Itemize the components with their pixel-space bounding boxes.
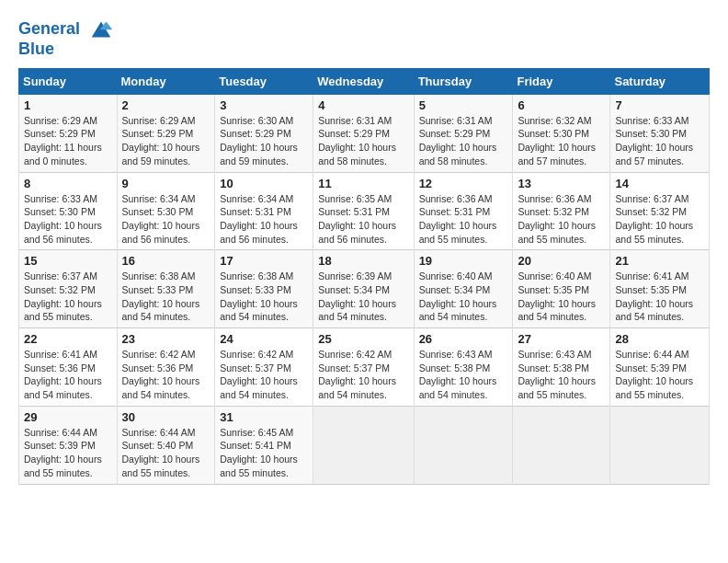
week-row: 15 Sunrise: 6:37 AMSunset: 5:32 PMDaylig…	[19, 250, 710, 328]
calendar-cell: 6 Sunrise: 6:32 AMSunset: 5:30 PMDayligh…	[513, 94, 610, 172]
day-detail: Sunrise: 6:43 AMSunset: 5:38 PMDaylight:…	[419, 348, 508, 402]
calendar-cell: 2 Sunrise: 6:29 AMSunset: 5:29 PMDayligh…	[117, 94, 215, 172]
col-monday: Monday	[117, 68, 215, 94]
day-number: 31	[220, 410, 308, 424]
day-detail: Sunrise: 6:43 AMSunset: 5:38 PMDaylight:…	[518, 348, 605, 402]
day-number: 11	[318, 177, 408, 190]
day-detail: Sunrise: 6:29 AMSunset: 5:29 PMDaylight:…	[122, 114, 210, 168]
logo-text: General	[18, 18, 114, 40]
day-detail: Sunrise: 6:42 AMSunset: 5:37 PMDaylight:…	[220, 348, 308, 402]
col-friday: Friday	[513, 68, 610, 94]
day-detail: Sunrise: 6:35 AMSunset: 5:31 PMDaylight:…	[318, 192, 408, 247]
calendar-table: Sunday Monday Tuesday Wednesday Thursday…	[18, 68, 710, 485]
calendar-cell: 13 Sunrise: 6:36 AMSunset: 5:32 PMDaylig…	[513, 172, 610, 250]
day-number: 3	[220, 98, 308, 112]
calendar-cell: 27 Sunrise: 6:43 AMSunset: 5:38 PMDaylig…	[513, 328, 610, 407]
day-number: 15	[24, 254, 112, 268]
calendar-cell: 9 Sunrise: 6:34 AMSunset: 5:30 PMDayligh…	[117, 172, 215, 250]
calendar-cell: 3 Sunrise: 6:30 AMSunset: 5:29 PMDayligh…	[215, 94, 313, 172]
calendar-cell: 17 Sunrise: 6:38 AMSunset: 5:33 PMDaylig…	[215, 250, 313, 328]
day-detail: Sunrise: 6:37 AMSunset: 5:32 PMDaylight:…	[615, 192, 704, 247]
day-detail: Sunrise: 6:45 AMSunset: 5:41 PMDaylight:…	[220, 426, 308, 480]
day-number: 2	[122, 98, 210, 112]
day-detail: Sunrise: 6:39 AMSunset: 5:34 PMDaylight:…	[318, 270, 408, 324]
calendar-cell: 7 Sunrise: 6:33 AMSunset: 5:30 PMDayligh…	[610, 94, 710, 172]
day-detail: Sunrise: 6:31 AMSunset: 5:29 PMDaylight:…	[419, 114, 508, 168]
calendar-cell	[513, 406, 610, 484]
day-detail: Sunrise: 6:34 AMSunset: 5:30 PMDaylight:…	[122, 192, 210, 247]
day-number: 30	[122, 410, 210, 424]
day-detail: Sunrise: 6:32 AMSunset: 5:30 PMDaylight:…	[518, 114, 605, 168]
day-number: 29	[24, 410, 112, 424]
day-detail: Sunrise: 6:44 AMSunset: 5:39 PMDaylight:…	[24, 426, 112, 480]
calendar-cell: 10 Sunrise: 6:34 AMSunset: 5:31 PMDaylig…	[215, 172, 313, 250]
day-detail: Sunrise: 6:41 AMSunset: 5:35 PMDaylight:…	[615, 270, 704, 324]
calendar-cell: 20 Sunrise: 6:40 AMSunset: 5:35 PMDaylig…	[513, 250, 610, 328]
day-number: 21	[615, 254, 704, 268]
calendar-cell: 23 Sunrise: 6:42 AMSunset: 5:36 PMDaylig…	[117, 328, 215, 407]
calendar-cell: 24 Sunrise: 6:42 AMSunset: 5:37 PMDaylig…	[215, 328, 313, 407]
calendar-cell: 18 Sunrise: 6:39 AMSunset: 5:34 PMDaylig…	[313, 250, 414, 328]
day-number: 20	[518, 254, 605, 268]
calendar-cell: 4 Sunrise: 6:31 AMSunset: 5:29 PMDayligh…	[313, 94, 414, 172]
day-detail: Sunrise: 6:42 AMSunset: 5:37 PMDaylight:…	[318, 348, 408, 402]
day-number: 9	[122, 177, 210, 190]
day-detail: Sunrise: 6:34 AMSunset: 5:31 PMDaylight:…	[220, 192, 308, 247]
col-sunday: Sunday	[19, 68, 118, 94]
day-detail: Sunrise: 6:36 AMSunset: 5:31 PMDaylight:…	[419, 192, 508, 247]
day-number: 22	[24, 332, 112, 346]
calendar-cell: 1 Sunrise: 6:29 AMSunset: 5:29 PMDayligh…	[19, 94, 118, 172]
day-number: 27	[518, 332, 605, 346]
day-detail: Sunrise: 6:42 AMSunset: 5:36 PMDaylight:…	[122, 348, 210, 402]
calendar-cell: 5 Sunrise: 6:31 AMSunset: 5:29 PMDayligh…	[414, 94, 513, 172]
day-number: 23	[122, 332, 210, 346]
calendar-cell: 12 Sunrise: 6:36 AMSunset: 5:31 PMDaylig…	[414, 172, 513, 250]
week-row: 22 Sunrise: 6:41 AMSunset: 5:36 PMDaylig…	[19, 328, 710, 407]
day-detail: Sunrise: 6:29 AMSunset: 5:29 PMDaylight:…	[24, 114, 112, 168]
week-row: 29 Sunrise: 6:44 AMSunset: 5:39 PMDaylig…	[19, 406, 710, 484]
col-tuesday: Tuesday	[215, 68, 313, 94]
day-detail: Sunrise: 6:37 AMSunset: 5:32 PMDaylight:…	[24, 270, 112, 324]
day-number: 26	[419, 332, 508, 346]
day-detail: Sunrise: 6:44 AMSunset: 5:39 PMDaylight:…	[615, 348, 704, 402]
logo: General Blue	[18, 18, 114, 59]
calendar-cell	[414, 406, 513, 484]
day-number: 19	[419, 254, 508, 268]
day-number: 7	[615, 98, 704, 112]
day-detail: Sunrise: 6:38 AMSunset: 5:33 PMDaylight:…	[122, 270, 210, 324]
day-detail: Sunrise: 6:30 AMSunset: 5:29 PMDaylight:…	[220, 114, 308, 168]
day-number: 10	[220, 177, 308, 190]
day-detail: Sunrise: 6:44 AMSunset: 5:40 PMDaylight:…	[122, 426, 210, 480]
week-row: 1 Sunrise: 6:29 AMSunset: 5:29 PMDayligh…	[19, 94, 710, 172]
day-number: 24	[220, 332, 308, 346]
calendar-cell: 8 Sunrise: 6:33 AMSunset: 5:30 PMDayligh…	[19, 172, 118, 250]
logo-blue-text: Blue	[18, 40, 114, 59]
week-row: 8 Sunrise: 6:33 AMSunset: 5:30 PMDayligh…	[19, 172, 710, 250]
day-number: 14	[615, 177, 704, 190]
calendar-cell: 19 Sunrise: 6:40 AMSunset: 5:34 PMDaylig…	[414, 250, 513, 328]
day-number: 13	[518, 177, 605, 190]
day-detail: Sunrise: 6:40 AMSunset: 5:34 PMDaylight:…	[419, 270, 508, 324]
day-detail: Sunrise: 6:40 AMSunset: 5:35 PMDaylight:…	[518, 270, 605, 324]
calendar-cell: 11 Sunrise: 6:35 AMSunset: 5:31 PMDaylig…	[313, 172, 414, 250]
calendar-header: General Blue	[18, 18, 710, 59]
day-detail: Sunrise: 6:31 AMSunset: 5:29 PMDaylight:…	[318, 114, 408, 168]
calendar-cell: 28 Sunrise: 6:44 AMSunset: 5:39 PMDaylig…	[610, 328, 710, 407]
day-number: 18	[318, 254, 408, 268]
day-detail: Sunrise: 6:38 AMSunset: 5:33 PMDaylight:…	[220, 270, 308, 324]
calendar-cell: 29 Sunrise: 6:44 AMSunset: 5:39 PMDaylig…	[19, 406, 118, 484]
calendar-cell: 22 Sunrise: 6:41 AMSunset: 5:36 PMDaylig…	[19, 328, 118, 407]
calendar-cell: 31 Sunrise: 6:45 AMSunset: 5:41 PMDaylig…	[215, 406, 313, 484]
day-number: 28	[615, 332, 704, 346]
calendar-cell: 21 Sunrise: 6:41 AMSunset: 5:35 PMDaylig…	[610, 250, 710, 328]
day-detail: Sunrise: 6:36 AMSunset: 5:32 PMDaylight:…	[518, 192, 605, 247]
col-wednesday: Wednesday	[313, 68, 414, 94]
calendar-cell	[610, 406, 710, 484]
calendar-cell: 16 Sunrise: 6:38 AMSunset: 5:33 PMDaylig…	[117, 250, 215, 328]
day-number: 25	[318, 332, 408, 346]
calendar-cell: 14 Sunrise: 6:37 AMSunset: 5:32 PMDaylig…	[610, 172, 710, 250]
col-saturday: Saturday	[610, 68, 710, 94]
day-number: 6	[518, 98, 605, 112]
header-row: Sunday Monday Tuesday Wednesday Thursday…	[19, 68, 710, 94]
day-number: 4	[318, 98, 408, 112]
